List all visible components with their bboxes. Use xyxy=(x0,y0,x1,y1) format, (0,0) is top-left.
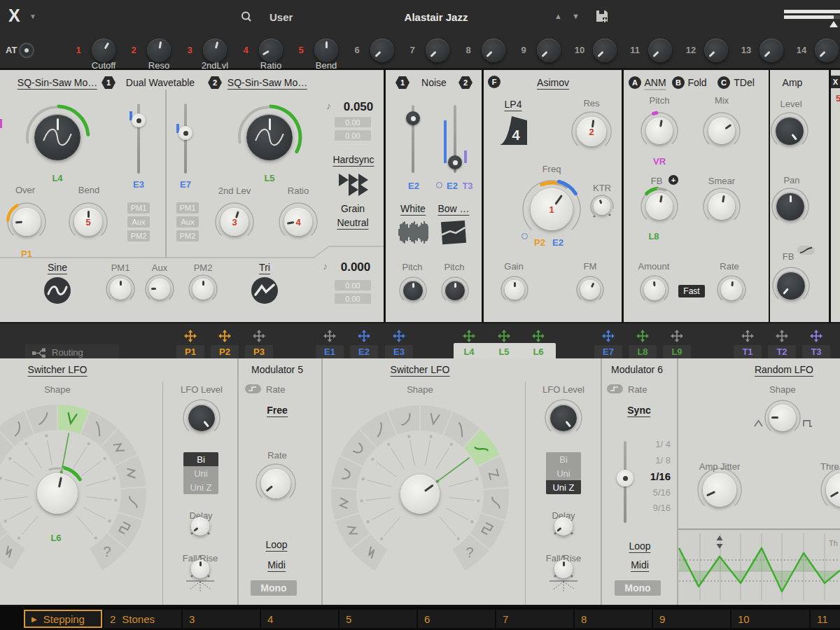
osc1-over-knob[interactable] xyxy=(13,208,41,236)
osc1-level-mod-tag[interactable]: L4 xyxy=(52,173,62,183)
mod6-fraction-14[interactable]: 1/ 4 xyxy=(627,439,671,449)
white-noise-icon[interactable] xyxy=(398,217,428,248)
osc2-wavetable-title[interactable]: SQ-Sin-Saw Mo… xyxy=(227,77,307,90)
lfo2-type-title[interactable]: Switcher LFO xyxy=(391,364,450,377)
routing-slot-e3[interactable]: E3 xyxy=(385,345,413,359)
snapshot-tab-10[interactable]: 10 xyxy=(732,610,809,628)
osc2-route-pm1[interactable]: PM1 xyxy=(176,202,199,214)
osc1-route-pm1[interactable]: PM1 xyxy=(127,202,150,214)
snapshot-tab-3[interactable]: 3 xyxy=(183,610,260,628)
move-cross-icon[interactable] xyxy=(810,330,822,342)
noise2-type-selector[interactable]: Bow … xyxy=(438,203,469,216)
osc1-env-slider-handle[interactable] xyxy=(132,113,146,127)
osc1-wavetable-knob[interactable] xyxy=(34,114,80,160)
noise1-env-tag[interactable]: E2 xyxy=(408,181,419,191)
fx-slot-b-name[interactable]: Fold xyxy=(687,77,706,88)
osc-hardsync-selector[interactable]: Hardsync xyxy=(332,154,374,167)
lfo2-fallrise-knob[interactable] xyxy=(554,560,573,578)
osc1-env-tag[interactable]: E3 xyxy=(133,179,144,190)
move-cross-icon[interactable] xyxy=(218,330,231,342)
macro-knob-11[interactable] xyxy=(648,38,672,62)
mod5-midi-selector[interactable]: Midi xyxy=(267,559,286,572)
osc2-wavetable-knob[interactable] xyxy=(246,114,293,160)
move-cross-icon[interactable] xyxy=(463,330,475,342)
osc2-route-aux[interactable]: Aux xyxy=(176,216,199,227)
move-cross-icon[interactable] xyxy=(358,330,370,342)
fx-amount-knob[interactable] xyxy=(644,279,665,300)
osc2-env-tag[interactable]: E7 xyxy=(180,179,191,190)
sub-pm1-knob[interactable] xyxy=(110,279,131,300)
move-cross-icon[interactable] xyxy=(498,330,510,342)
mod5-loop-selector[interactable]: Loop xyxy=(265,539,287,552)
lfo1-polarity-uni[interactable]: Uni xyxy=(183,466,218,480)
filter-type-title[interactable]: Asimov xyxy=(537,77,569,90)
x-panel-badge[interactable]: X xyxy=(831,76,840,88)
fx-fb-mod-tag[interactable]: L8 xyxy=(648,231,659,241)
fx-mix-knob[interactable] xyxy=(708,118,735,144)
move-cross-icon[interactable] xyxy=(323,330,336,342)
noise2-pitch-knob[interactable] xyxy=(445,281,465,300)
amp-pan-knob[interactable] xyxy=(776,192,804,220)
macro-knob-14[interactable] xyxy=(815,38,839,62)
snapshot-tab-9[interactable]: 9 xyxy=(653,610,730,628)
macro-knob-13[interactable] xyxy=(760,38,783,62)
snapshot-tab-8[interactable]: 8 xyxy=(575,610,652,628)
mod6-fraction-916[interactable]: 9/16 xyxy=(627,503,671,513)
freq-mod-tag-b[interactable]: E2 xyxy=(552,237,564,248)
macro-knob-8[interactable] xyxy=(482,38,505,62)
fx-fast-button[interactable]: Fast xyxy=(678,285,705,298)
move-cross-icon[interactable] xyxy=(253,330,265,342)
amp-fb-knob[interactable] xyxy=(777,272,805,300)
osc2-route-pm2[interactable]: PM2 xyxy=(176,230,199,241)
filter-res-knob[interactable]: 2 xyxy=(577,117,606,146)
routing-slot-t1[interactable]: T1 xyxy=(734,345,762,359)
osc2-ratio-knob[interactable]: 4 xyxy=(284,208,312,236)
freq-mod-slot-icon[interactable] xyxy=(522,233,528,239)
move-cross-icon[interactable] xyxy=(184,330,197,342)
snapshot-tab-2[interactable]: 2Stones xyxy=(104,610,181,628)
routing-slot-e2[interactable]: E2 xyxy=(350,345,378,359)
mod6-loop-selector[interactable]: Loop xyxy=(629,540,650,553)
amp-fb-curve-icon[interactable] xyxy=(797,246,816,255)
noise1-level-slider-handle[interactable] xyxy=(406,111,420,125)
routing-slot-l8[interactable]: L8 xyxy=(629,345,657,359)
lfo2-polarity-selector[interactable]: BiUniUni Z xyxy=(546,452,581,494)
filter-fm-knob[interactable] xyxy=(580,280,600,300)
osc-engine-title[interactable]: Dual Wavetable xyxy=(126,77,195,88)
sub-osc1-wave-title[interactable]: Sine xyxy=(48,262,67,274)
routing-slot-l4[interactable]: L4 xyxy=(455,345,483,359)
mod6-fraction-116[interactable]: 1/16 xyxy=(627,470,671,482)
fx-fb-knob[interactable] xyxy=(646,193,673,220)
filter-mode-selector[interactable]: LP4 xyxy=(505,99,522,111)
macro-knob-5[interactable] xyxy=(314,38,338,62)
lfo1-type-title[interactable]: Switcher LFO xyxy=(28,364,88,377)
mod6-rate-toggle-icon[interactable] xyxy=(607,384,624,394)
routing-slot-t3[interactable]: T3 xyxy=(802,345,830,359)
fx-slot-c-name[interactable]: TDel xyxy=(734,77,755,88)
preset-name[interactable]: Alastair Jazz xyxy=(405,11,468,23)
mod6-midi-selector[interactable]: Midi xyxy=(631,559,649,572)
search-icon[interactable] xyxy=(240,10,253,23)
osc1-route-aux[interactable]: Aux xyxy=(127,216,150,227)
sine-wave-icon[interactable] xyxy=(44,277,71,304)
macro-knob-9[interactable] xyxy=(537,38,561,62)
routing-slot-p2[interactable]: P2 xyxy=(211,345,239,359)
filter-freq-knob[interactable]: 1 xyxy=(531,188,573,230)
routing-slot-l5[interactable]: L5 xyxy=(490,345,518,359)
app-logo[interactable]: X xyxy=(8,6,20,26)
lfo1-fallrise-knob[interactable] xyxy=(191,560,209,578)
preset-next-icon[interactable]: ▼ xyxy=(572,12,580,20)
lfo1-shape-knob[interactable] xyxy=(37,473,78,514)
mod6-mono-button[interactable]: Mono xyxy=(615,580,661,596)
sub-detune-value[interactable]: 0.00 xyxy=(335,280,371,290)
fx-slot-b-badge[interactable]: B xyxy=(672,76,685,89)
noise2-env-tag[interactable]: E2 xyxy=(447,181,458,191)
browser-user-label[interactable]: User xyxy=(270,11,293,23)
noise1-pitch-knob[interactable] xyxy=(403,281,423,300)
lfo1-level-knob[interactable] xyxy=(188,405,215,431)
sub-detune-value[interactable]: 0.00 xyxy=(335,293,371,304)
mod5-mono-button[interactable]: Mono xyxy=(251,580,297,596)
osc1-route-pm2[interactable]: PM2 xyxy=(127,230,150,241)
move-cross-icon[interactable] xyxy=(393,330,405,342)
lfo2-polarity-bi[interactable]: Bi xyxy=(546,452,581,466)
